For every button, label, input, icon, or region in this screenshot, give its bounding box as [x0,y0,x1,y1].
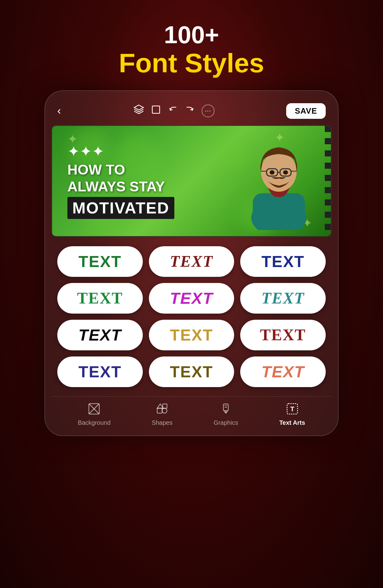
canvas-line2: ALWAYS STAY [67,178,230,195]
nav-item-textarts[interactable]: T Text Arts [279,403,305,426]
style-btn-4[interactable]: TEXT [57,283,143,314]
nav-icon-graphics [220,403,232,417]
nav-icon-background [88,403,100,417]
header-line1: 100+ [119,21,264,48]
header-line2: Font Styles [119,48,264,78]
style-btn-12[interactable]: TEXT [240,356,326,387]
style-label-1: TEXT [78,252,122,271]
style-label-12: TEXT [261,363,305,381]
style-label-8: TEXT [170,326,213,344]
bottom-nav: Background Shapes Graphics T Text Arts [51,396,332,429]
svg-point-12 [283,170,288,175]
nav-icon-shapes [156,403,168,417]
back-button[interactable]: ‹ [57,104,61,117]
save-button[interactable]: SAVE [286,103,326,119]
nav-item-background[interactable]: Background [78,403,111,426]
canvas-line1: HOW TO [67,161,230,178]
header-section: 100+ Font Styles [119,21,264,78]
style-label-2: TEXT [170,252,213,270]
style-btn-7[interactable]: TEXT [57,320,143,350]
style-label-11: TEXT [170,363,213,381]
style-btn-1[interactable]: TEXT [57,246,143,277]
nav-item-graphics[interactable]: Graphics [214,403,238,426]
phone-mockup: ‹ [44,90,339,436]
canvas-line3: MOTIVATED [72,199,169,217]
style-btn-2[interactable]: TEXT [149,246,234,277]
svg-text:T: T [290,405,294,413]
style-btn-9[interactable]: TEXT [240,320,326,350]
style-btn-11[interactable]: TEXT [149,356,234,387]
style-label-6: TEXT [261,289,305,307]
canvas-line3-wrap: MOTIVATED [67,197,174,219]
canvas-text-area: ✦✦✦ HOW TO ALWAYS STAY MOTIVATED [61,137,236,225]
layers-icon[interactable] [133,104,145,118]
style-label-5: TEXT [170,289,213,307]
toolbar: ‹ [51,100,332,125]
style-grid: TEXTTEXTTEXTTEXTTEXTTEXTTEXTTEXTTEXTTEXT… [51,237,332,393]
nav-label-background: Background [78,419,111,426]
toolbar-icons: ··· [133,104,214,118]
sparkle-icon: ✦✦✦ [67,143,230,160]
svg-marker-0 [134,105,143,110]
style-label-4: TEXT [77,289,123,307]
style-btn-8[interactable]: TEXT [149,320,234,350]
redo-icon[interactable] [184,104,195,118]
svg-rect-1 [152,106,160,113]
person-illustration [236,132,322,230]
svg-rect-16 [157,408,162,413]
nav-label-shapes: Shapes [152,419,173,426]
crop-icon[interactable] [151,104,161,117]
svg-rect-3 [253,193,305,224]
canvas-area: ✦ ✦ ✦ ✦✦✦ HOW TO ALWAYS STAY MOTIVATED [51,125,332,237]
style-btn-6[interactable]: TEXT [240,283,326,314]
svg-point-17 [162,408,167,413]
undo-icon[interactable] [167,104,178,118]
style-btn-10[interactable]: TEXT [57,356,143,387]
svg-point-11 [270,170,275,175]
style-label-7: TEXT [78,326,122,344]
style-label-10: TEXT [78,363,122,381]
more-icon[interactable]: ··· [202,104,214,117]
nav-item-shapes[interactable]: Shapes [152,403,173,426]
dashed-right-border [325,126,331,236]
style-label-3: TEXT [261,252,305,271]
style-btn-3[interactable]: TEXT [240,246,326,277]
nav-label-textarts: Text Arts [279,419,305,426]
style-label-9: TEXT [260,326,306,344]
svg-rect-19 [163,404,167,408]
nav-icon-textarts: T [286,403,298,417]
style-btn-5[interactable]: TEXT [149,283,234,314]
nav-label-graphics: Graphics [214,419,238,426]
svg-point-23 [225,412,227,413]
